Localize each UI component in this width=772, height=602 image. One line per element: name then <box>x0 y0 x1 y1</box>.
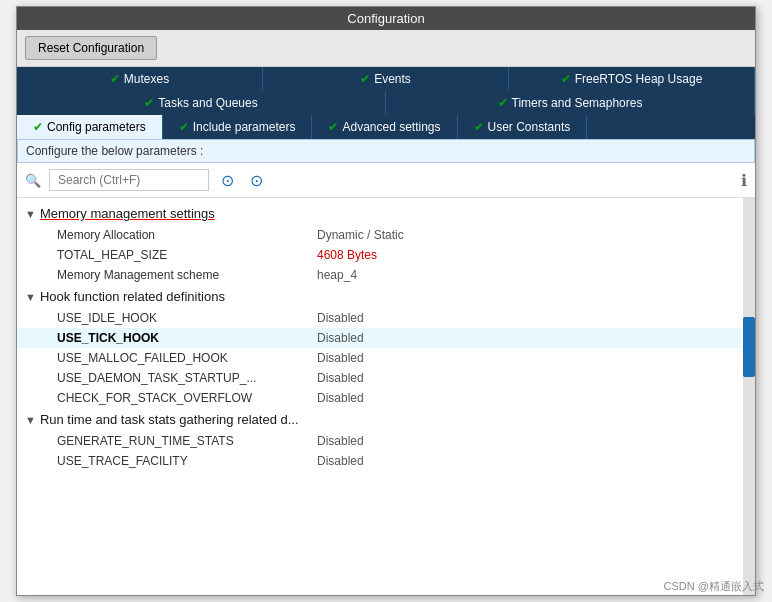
param-name: Memory Allocation <box>57 228 317 242</box>
tab-config-params[interactable]: ✔ Config parameters <box>17 115 163 139</box>
param-value: Disabled <box>317 311 364 325</box>
reset-config-button[interactable]: Reset Configuration <box>25 36 157 60</box>
tab-include-params[interactable]: ✔ Include parameters <box>163 115 313 139</box>
param-value: Disabled <box>317 371 364 385</box>
section-memory-management[interactable]: ▼ Memory management settings <box>17 202 741 225</box>
nav-next-button[interactable]: ⊙ <box>246 171 267 190</box>
check-icon: ✔ <box>474 120 484 134</box>
tabs-row-1: ✔ Mutexes ✔ Events ✔ FreeRTOS Heap Usage <box>17 67 755 91</box>
tab-user-constants[interactable]: ✔ User Constants <box>458 115 588 139</box>
param-value: Disabled <box>317 351 364 365</box>
info-text: Configure the below parameters : <box>26 144 203 158</box>
param-value: heap_4 <box>317 268 357 282</box>
tab-advanced-settings[interactable]: ✔ Advanced settings <box>312 115 457 139</box>
param-value: Dynamic / Static <box>317 228 404 242</box>
param-name: USE_TRACE_FACILITY <box>57 454 317 468</box>
window-title: Configuration <box>347 11 424 26</box>
nav-prev-button[interactable]: ⊙ <box>217 171 238 190</box>
section-title: Hook function related definitions <box>40 289 225 304</box>
param-value: 4608 Bytes <box>317 248 377 262</box>
param-name: USE_DAEMON_TASK_STARTUP_... <box>57 371 317 385</box>
scrollbar-track <box>743 198 755 595</box>
tab-label: Events <box>374 72 411 86</box>
content-area: ▼ Memory management settings Memory Allo… <box>17 198 755 595</box>
param-value: Disabled <box>317 454 364 468</box>
param-row[interactable]: USE_TRACE_FACILITY Disabled <box>17 451 741 471</box>
scrollbar-thumb[interactable] <box>743 317 755 377</box>
check-icon: ✔ <box>33 120 43 134</box>
main-window: Configuration Reset Configuration ✔ Mute… <box>16 6 756 596</box>
search-row: 🔍 ⊙ ⊙ ℹ <box>17 163 755 198</box>
tab-freertos-heap[interactable]: ✔ FreeRTOS Heap Usage <box>509 67 755 91</box>
check-icon: ✔ <box>110 72 120 86</box>
check-icon: ✔ <box>561 72 571 86</box>
check-icon: ✔ <box>498 96 508 110</box>
collapse-arrow: ▼ <box>25 291 36 303</box>
param-name: USE_TICK_HOOK <box>57 331 317 345</box>
tab-events[interactable]: ✔ Events <box>263 67 509 91</box>
section-title: Memory management settings <box>40 206 215 221</box>
info-icon: ℹ <box>741 171 747 190</box>
tab-label: Advanced settings <box>342 120 440 134</box>
watermark: CSDN @精通嵌入式 <box>664 579 764 594</box>
section-runtime-stats[interactable]: ▼ Run time and task stats gathering rela… <box>17 408 741 431</box>
param-row[interactable]: TOTAL_HEAP_SIZE 4608 Bytes <box>17 245 741 265</box>
param-row[interactable]: CHECK_FOR_STACK_OVERFLOW Disabled <box>17 388 741 408</box>
tab-label: Tasks and Queues <box>158 96 257 110</box>
param-name: USE_IDLE_HOOK <box>57 311 317 325</box>
param-name: USE_MALLOC_FAILED_HOOK <box>57 351 317 365</box>
tabs-row-3: ✔ Config parameters ✔ Include parameters… <box>17 115 755 139</box>
tab-label: Config parameters <box>47 120 146 134</box>
toolbar: Reset Configuration <box>17 30 755 67</box>
section-title: Run time and task stats gathering relate… <box>40 412 299 427</box>
check-icon: ✔ <box>144 96 154 110</box>
tab-timers-semaphores[interactable]: ✔ Timers and Semaphores <box>386 91 755 115</box>
param-value: Disabled <box>317 391 364 405</box>
param-row[interactable]: GENERATE_RUN_TIME_STATS Disabled <box>17 431 741 451</box>
param-value: Disabled <box>317 331 364 345</box>
collapse-arrow: ▼ <box>25 414 36 426</box>
info-bar: Configure the below parameters : <box>17 139 755 163</box>
param-name: GENERATE_RUN_TIME_STATS <box>57 434 317 448</box>
param-value: Disabled <box>317 434 364 448</box>
section-hook-functions[interactable]: ▼ Hook function related definitions <box>17 285 741 308</box>
tabs-row-2: ✔ Tasks and Queues ✔ Timers and Semaphor… <box>17 91 755 115</box>
search-icon: 🔍 <box>25 173 41 188</box>
title-bar: Configuration <box>17 7 755 30</box>
param-row[interactable]: Memory Allocation Dynamic / Static <box>17 225 741 245</box>
collapse-arrow: ▼ <box>25 208 36 220</box>
param-name: Memory Management scheme <box>57 268 317 282</box>
tab-label: User Constants <box>488 120 571 134</box>
param-row-use-tick-hook[interactable]: USE_TICK_HOOK Disabled <box>17 328 741 348</box>
search-input[interactable] <box>49 169 209 191</box>
param-row[interactable]: USE_IDLE_HOOK Disabled <box>17 308 741 328</box>
tab-label: Timers and Semaphores <box>512 96 643 110</box>
tab-label: FreeRTOS Heap Usage <box>575 72 703 86</box>
tab-label: Include parameters <box>193 120 296 134</box>
tab-label: Mutexes <box>124 72 169 86</box>
param-row[interactable]: Memory Management scheme heap_4 <box>17 265 741 285</box>
tab-tasks-queues[interactable]: ✔ Tasks and Queues <box>17 91 386 115</box>
param-row[interactable]: USE_DAEMON_TASK_STARTUP_... Disabled <box>17 368 741 388</box>
check-icon: ✔ <box>360 72 370 86</box>
check-icon: ✔ <box>328 120 338 134</box>
param-row[interactable]: USE_MALLOC_FAILED_HOOK Disabled <box>17 348 741 368</box>
param-name: TOTAL_HEAP_SIZE <box>57 248 317 262</box>
tab-mutexes[interactable]: ✔ Mutexes <box>17 67 263 91</box>
check-icon: ✔ <box>179 120 189 134</box>
param-name: CHECK_FOR_STACK_OVERFLOW <box>57 391 317 405</box>
